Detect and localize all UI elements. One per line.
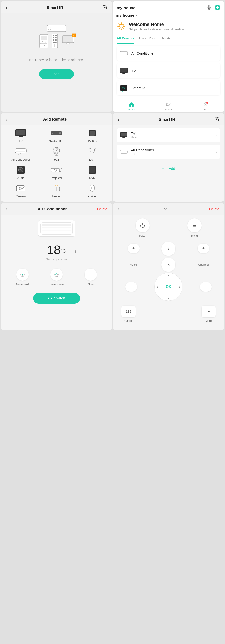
tv-menu-btn[interactable] — [187, 218, 201, 232]
remote-label-audio: Audio — [17, 176, 25, 180]
dpad-left-icon[interactable]: ◄ — [156, 286, 158, 288]
device-item-tv[interactable]: TV — [117, 63, 220, 78]
panel-title: Smart IR — [47, 6, 63, 10]
remote-category-dvd[interactable]: DVD — [76, 165, 108, 180]
remote-category-tv[interactable]: TV — [5, 128, 37, 143]
tab-living-room[interactable]: Living Room — [139, 34, 157, 44]
ir-tv-info: TV Haier — [131, 131, 216, 139]
device-item-ac[interactable]: Air Conditioner — [117, 46, 220, 61]
nav-me[interactable]: ! Me — [187, 102, 224, 111]
chevron-down-icon: ▼ — [135, 14, 138, 17]
ac-delete[interactable]: Delete — [97, 207, 107, 211]
tv-delete[interactable]: Delete — [209, 207, 219, 211]
welcome-banner[interactable]: Welcome Home Set your home location for … — [113, 19, 224, 34]
svg-text:TV: TV — [42, 44, 45, 47]
remote-category-ac[interactable]: Air Conditioner — [5, 147, 37, 161]
add-device-row[interactable]: + + Add — [117, 161, 220, 176]
ac-speed-label: Speed: auto — [50, 282, 64, 286]
add-button[interactable]: add — [39, 69, 74, 79]
smart-ir-edit[interactable] — [215, 116, 219, 122]
tv-number-icon: 123 — [126, 310, 131, 313]
svg-rect-85 — [90, 167, 95, 172]
ac-temp-plus[interactable]: + — [72, 248, 79, 256]
remote-category-audio[interactable]: Audio — [5, 165, 37, 180]
dpad-ok-btn[interactable]: OK — [166, 285, 171, 289]
house-name[interactable]: my house — [117, 6, 135, 10]
ac-temp-row: − 18°C Set Temperature + — [1, 239, 112, 265]
dpad-up-icon[interactable]: ▲ — [167, 274, 170, 277]
svg-line-75 — [95, 148, 96, 149]
tv-power-btn[interactable] — [135, 218, 150, 232]
ir-device-ac[interactable]: Air Conditioner TCL › — [117, 145, 220, 159]
svg-rect-9 — [55, 35, 57, 36]
remote-category-projector[interactable]: Projector — [40, 165, 72, 180]
tv-channel-up[interactable]: + — [197, 244, 209, 253]
ir-ac-chevron-icon: › — [216, 150, 217, 154]
tv-back[interactable]: ‹ — [118, 206, 119, 212]
add-icon[interactable] — [215, 5, 220, 11]
svg-rect-5 — [41, 36, 47, 40]
svg-point-68 — [56, 150, 57, 151]
svg-rect-43 — [122, 73, 125, 74]
tv-more-icon: ··· — [207, 309, 210, 314]
nav-me-label: Me — [204, 108, 207, 111]
tv-channel-controls: + — [197, 244, 209, 254]
tv-more-btn[interactable]: ··· — [201, 306, 215, 317]
tab-more-icon[interactable]: ··· — [217, 34, 220, 44]
welcome-subtitle: Set your home location for more informat… — [129, 28, 184, 31]
voice-minus-icon: − — [130, 284, 133, 290]
svg-point-49 — [168, 104, 169, 105]
smart-ir-back[interactable]: ‹ — [118, 117, 119, 122]
tab-master[interactable]: Master — [162, 34, 172, 44]
nav-smart[interactable]: Smart — [150, 102, 187, 111]
voice-plus-icon: + — [132, 246, 135, 251]
svg-rect-97 — [122, 137, 125, 138]
remote-category-camera[interactable]: Camera — [5, 184, 37, 198]
device-item-smart-ir[interactable]: WiFi Smart IR — [117, 80, 220, 96]
remote-category-heater[interactable]: Heater — [40, 184, 72, 198]
svg-rect-19 — [67, 43, 70, 44]
ac-mode-btn[interactable]: Mode: cold — [16, 268, 29, 286]
remote-category-purifier[interactable]: Purifier — [76, 184, 108, 198]
tab-all-devices[interactable]: All Devices — [117, 34, 134, 44]
svg-text:WiFi: WiFi — [122, 90, 124, 92]
device-name-ac: Air Conditioner — [131, 51, 154, 55]
ir-device-list: TV Haier › Air Conditioner TCL › + + Add — [113, 125, 224, 202]
bottom-nav: Home Smart ! Me — [113, 100, 224, 112]
mic-icon[interactable] — [207, 5, 212, 11]
dpad-right-icon[interactable]: ► — [179, 286, 181, 288]
svg-point-59 — [52, 132, 53, 134]
ac-temp-minus[interactable]: − — [34, 248, 41, 256]
tv-back-btn[interactable] — [161, 242, 175, 256]
dpad-down-icon[interactable]: ▼ — [167, 297, 170, 300]
ac-speed-btn[interactable]: Speed: auto — [50, 268, 64, 286]
add-remote-back[interactable]: ‹ — [6, 116, 7, 122]
ir-device-tv[interactable]: TV Haier › — [117, 128, 220, 142]
back-button[interactable]: ‹ — [6, 5, 7, 10]
remote-category-fan[interactable]: Fan — [40, 147, 72, 161]
ir-ac-name: Air Conditioner — [131, 148, 216, 152]
tv-voice-label: Voice — [128, 263, 139, 266]
svg-rect-61 — [90, 131, 95, 136]
remote-label-heater: Heater — [52, 195, 61, 198]
ac-header: ‹ Air Conditioner Delete — [1, 203, 112, 214]
ac-back[interactable]: ‹ — [6, 206, 7, 212]
remote-category-light[interactable]: Light — [76, 147, 108, 161]
tv-channel-down[interactable]: − — [200, 282, 212, 292]
tv-number-btn[interactable]: 123 — [121, 306, 135, 317]
svg-line-83 — [60, 171, 62, 172]
svg-point-106 — [55, 273, 59, 276]
edit-button[interactable] — [103, 5, 107, 10]
tv-up-btn[interactable] — [161, 258, 175, 272]
remote-category-tv-box[interactable]: TV Box — [76, 128, 108, 143]
tv-voice-down[interactable]: − — [125, 282, 137, 292]
tv-title: TV — [162, 207, 167, 212]
ac-more-btn[interactable]: ··· More — [85, 268, 97, 286]
nav-home[interactable]: Home — [113, 102, 150, 111]
ac-switch-button[interactable]: Switch — [33, 293, 80, 304]
tv-voice-up[interactable]: + — [128, 244, 139, 253]
home-icons — [207, 5, 220, 11]
svg-line-74 — [89, 148, 90, 149]
remote-category-set-top-box[interactable]: Set-top Box — [40, 128, 72, 143]
ac-temp-label: Set Temperature — [46, 258, 67, 261]
